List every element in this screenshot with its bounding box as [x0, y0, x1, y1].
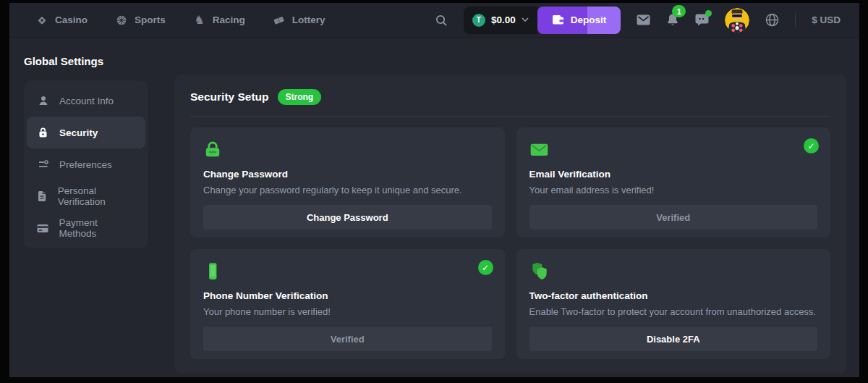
search-icon[interactable]	[435, 14, 448, 27]
card-title: Phone Number Verification	[203, 290, 492, 301]
basketball-icon	[115, 14, 128, 27]
change-password-card: Change Password Change your password reg…	[190, 127, 505, 237]
header-divider	[190, 116, 830, 117]
balance-selector[interactable]: T $0.00	[464, 7, 537, 34]
panel-header: Security Setup Strong	[190, 89, 830, 105]
page-title: Global Settings	[24, 55, 154, 67]
user-icon	[37, 95, 49, 106]
nav-item-casino[interactable]: Casino	[35, 14, 88, 27]
nav-label: Casino	[55, 14, 88, 25]
language-globe-icon[interactable]	[765, 13, 779, 27]
phone-verified-button[interactable]: Verified	[203, 327, 492, 351]
verified-check-icon: ✓	[804, 138, 819, 153]
sliders-icon	[37, 159, 49, 170]
card-description: Your email address is verified!	[529, 185, 818, 195]
casino-chip-icon	[35, 14, 48, 27]
nav-label: Lottery	[292, 14, 326, 25]
currency-selector[interactable]: $ USD	[812, 14, 841, 25]
smartphone-icon	[203, 261, 492, 281]
topbar-divider	[795, 13, 796, 28]
document-icon	[37, 190, 48, 202]
notifications-bell-icon[interactable]: 1	[666, 13, 679, 27]
phone-verification-card: ✓ Phone Number Verification Your phone n…	[190, 249, 505, 359]
sidebar-item-label: Security	[59, 127, 98, 138]
card-title: Two-factor authentication	[529, 290, 818, 301]
primary-nav: Casino Sports ♞ Racing Lottery	[35, 14, 326, 27]
email-verified-button[interactable]: Verified	[529, 205, 818, 230]
security-strength-badge: Strong	[278, 89, 322, 105]
sidebar-item-personal-verification[interactable]: Personal Verification	[27, 180, 145, 212]
panel-title: Security Setup	[190, 91, 269, 104]
envelope-icon	[529, 140, 818, 159]
online-status-dot	[705, 10, 712, 17]
sidebar-item-preferences[interactable]: Preferences	[27, 148, 145, 180]
deposit-label: Deposit	[571, 14, 607, 25]
card-description: Enable Two-factor to protect your accoun…	[529, 306, 818, 317]
nav-item-sports[interactable]: Sports	[115, 14, 166, 27]
security-setup-panel: Security Setup Strong Change Password Ch…	[174, 75, 846, 374]
currency-label: $ USD	[812, 14, 841, 25]
verified-check-icon: ✓	[478, 260, 493, 275]
balance-amount: $0.00	[491, 14, 516, 25]
settings-sidebar-column: Global Settings Account Info Security	[9, 38, 154, 248]
padlock-icon	[203, 140, 492, 159]
chat-icon[interactable]	[695, 13, 709, 27]
chevron-down-icon	[522, 17, 529, 22]
page-content: Global Settings Account Info Security	[9, 38, 859, 374]
topbar-right-cluster: T $0.00 Deposit 1	[435, 7, 841, 34]
user-avatar[interactable]	[725, 8, 749, 33]
sidebar-item-label: Personal Verification	[58, 185, 135, 207]
disable-2fa-button[interactable]: Disable 2FA	[529, 327, 818, 351]
app-window: Casino Sports ♞ Racing Lottery	[9, 3, 859, 377]
card-title: Email Verification	[529, 169, 818, 180]
notification-count-badge: 1	[672, 5, 686, 17]
top-navigation-bar: Casino Sports ♞ Racing Lottery	[9, 3, 859, 38]
security-cards-grid: Change Password Change your password reg…	[190, 127, 830, 359]
card-description: Change your password regularly to keep i…	[203, 185, 492, 195]
two-factor-card: Two-factor authentication Enable Two-fac…	[516, 249, 831, 359]
double-shield-icon	[529, 261, 818, 281]
ticket-icon	[273, 14, 286, 27]
mail-icon[interactable]	[637, 14, 650, 25]
credit-card-icon	[37, 224, 48, 233]
card-title: Change Password	[203, 169, 492, 180]
email-verification-card: ✓ Email Verification Your email address …	[516, 127, 831, 237]
wallet-group: T $0.00 Deposit	[464, 7, 621, 34]
horse-icon: ♞	[193, 14, 206, 27]
sidebar-item-label: Preferences	[59, 159, 112, 170]
sidebar-item-payment-methods[interactable]: Payment Methods	[27, 212, 145, 244]
sidebar-item-account-info[interactable]: Account Info	[27, 85, 145, 117]
sidebar-item-security[interactable]: Security	[27, 117, 145, 148]
card-description: Your phone number is verified!	[203, 306, 492, 317]
wallet-icon	[552, 14, 564, 25]
lock-icon	[37, 127, 49, 138]
nav-label: Racing	[213, 14, 245, 25]
nav-label: Sports	[135, 14, 166, 25]
deposit-button[interactable]: Deposit	[537, 7, 621, 34]
sidebar-item-label: Payment Methods	[59, 217, 135, 239]
change-password-button[interactable]: Change Password	[203, 205, 492, 230]
nav-item-racing[interactable]: ♞ Racing	[193, 14, 245, 27]
settings-menu: Account Info Security Preferences	[24, 80, 148, 248]
nav-item-lottery[interactable]: Lottery	[273, 14, 326, 27]
tether-coin-icon: T	[472, 14, 485, 27]
sidebar-item-label: Account Info	[59, 96, 114, 106]
